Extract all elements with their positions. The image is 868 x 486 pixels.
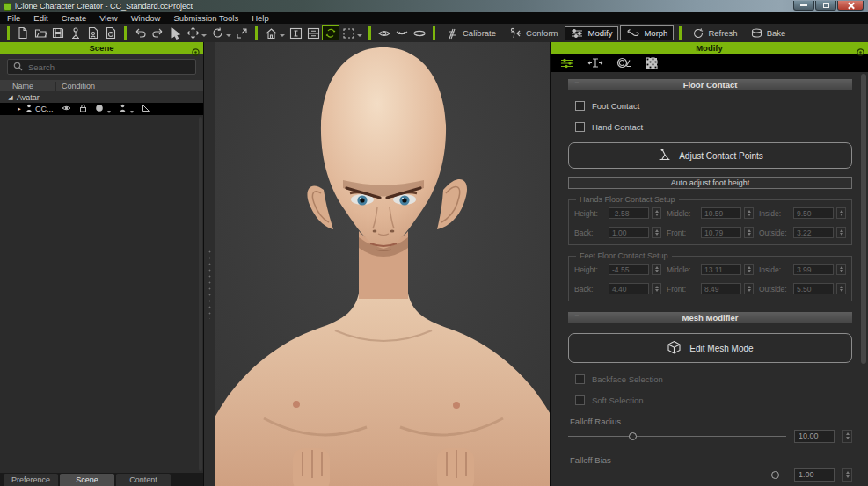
spinner[interactable]	[652, 283, 661, 294]
scene-tree-empty-area[interactable]	[0, 115, 203, 473]
modify-scrollbar[interactable]	[861, 74, 866, 364]
avatar-state-icon[interactable]	[119, 104, 127, 114]
viewport-side-strip[interactable]	[204, 42, 215, 486]
home-view-icon[interactable]	[262, 25, 280, 40]
redo-icon[interactable]	[149, 25, 166, 40]
feet-height-input[interactable]: -4.55	[609, 264, 649, 275]
conform-button[interactable]: Conform	[503, 26, 563, 40]
lock-icon[interactable]	[79, 104, 87, 114]
menu-file[interactable]: File	[7, 13, 20, 23]
menu-edit[interactable]: Edit	[33, 13, 47, 23]
hands-height-input[interactable]: -2.58	[609, 207, 649, 219]
tab-scene[interactable]: Scene	[60, 474, 114, 486]
auto-adjust-foot-height-button[interactable]: Auto adjust foot height	[568, 177, 852, 189]
feet-middle-input[interactable]: 13.11	[701, 264, 741, 275]
avatar-state-dropdown-icon[interactable]	[130, 111, 134, 113]
rotate-tool-icon[interactable]	[208, 25, 226, 40]
flag-page-icon[interactable]	[142, 104, 150, 114]
menu-create[interactable]: Create	[62, 13, 87, 23]
adjust-contact-points-button[interactable]: Adjust Contact Points	[568, 142, 852, 169]
tab-transform-ibeam-icon[interactable]	[587, 55, 604, 70]
spinner[interactable]	[836, 207, 846, 219]
spinner[interactable]	[842, 430, 852, 443]
move-tool-icon[interactable]	[184, 25, 201, 40]
falloff-bias-value[interactable]: 1.00	[794, 468, 835, 482]
spinner[interactable]	[744, 227, 754, 238]
feet-back-input[interactable]: 4.40	[609, 283, 649, 294]
spinner[interactable]	[652, 227, 661, 238]
morph-button[interactable]: Morph	[620, 25, 674, 40]
collapse-icon[interactable]: −	[574, 311, 579, 320]
new-project-icon[interactable]	[14, 25, 32, 40]
modify-gear-icon[interactable]	[857, 44, 864, 60]
falloff-radius-value[interactable]: 10.00	[794, 430, 835, 443]
foot-contact-checkbox[interactable]	[575, 101, 585, 111]
menu-submission-tools[interactable]: Submission Tools	[173, 13, 238, 23]
split-view-icon[interactable]	[304, 25, 322, 40]
section-floor-contact[interactable]: − Floor Contact	[568, 79, 852, 90]
spinner[interactable]	[836, 227, 846, 238]
wireframe-display-icon[interactable]	[393, 25, 411, 40]
material-sphere-icon[interactable]	[95, 104, 104, 114]
open-project-icon[interactable]	[32, 25, 49, 40]
tree-row-avatar[interactable]: ◢ Avatar	[0, 91, 203, 103]
tab-content[interactable]: Content	[116, 474, 171, 486]
tab-texture-checker-icon[interactable]	[643, 55, 660, 70]
tab-preference[interactable]: Preference	[4, 474, 58, 486]
spinner[interactable]	[744, 264, 754, 275]
soft-selection-checkbox[interactable]	[575, 395, 585, 405]
character-pin-icon[interactable]	[67, 25, 84, 40]
hands-inside-input[interactable]: 9.50	[793, 207, 834, 219]
spinner[interactable]	[836, 283, 846, 294]
hands-back-input[interactable]: 1.00	[609, 227, 649, 238]
material-dropdown-icon[interactable]	[107, 111, 111, 113]
slider-thumb[interactable]	[629, 432, 637, 440]
show-eye-icon[interactable]	[376, 25, 393, 40]
hands-outside-input[interactable]: 3.22	[793, 227, 834, 238]
scene-scrollbar[interactable]	[199, 117, 202, 471]
feet-front-input[interactable]: 8.49	[701, 283, 741, 294]
collapse-icon[interactable]: −	[574, 78, 579, 87]
restore-button[interactable]	[815, 1, 836, 11]
spinner[interactable]	[836, 264, 846, 275]
viewport-3d[interactable]	[204, 42, 550, 486]
merge-doc-icon[interactable]	[102, 25, 120, 40]
visibility-eye-icon[interactable]	[62, 105, 71, 113]
modify-panel-header[interactable]: Modify	[551, 42, 868, 54]
frame-view-icon[interactable]	[287, 25, 304, 40]
close-button[interactable]	[837, 1, 864, 11]
column-name[interactable]: Name	[0, 82, 56, 91]
calibrate-button[interactable]: Calibrate	[441, 26, 501, 40]
hand-contact-checkbox[interactable]	[575, 122, 585, 132]
tree-row-cc-selected[interactable]: ▸ CC...	[0, 103, 203, 115]
move-dropdown-icon[interactable]	[201, 34, 207, 37]
scene-gear-icon[interactable]	[192, 44, 200, 60]
spinner[interactable]	[652, 264, 661, 275]
column-condition[interactable]: Condition	[56, 82, 203, 91]
bake-button[interactable]: Bake	[745, 26, 791, 40]
section-mesh-modifier[interactable]: − Mesh Modifier	[568, 312, 852, 323]
slider-thumb[interactable]	[771, 471, 779, 479]
scene-panel-header[interactable]: Scene	[0, 42, 203, 54]
minimize-button[interactable]	[793, 1, 814, 11]
tab-attribute-sliders-icon[interactable]	[558, 55, 576, 70]
refresh-button[interactable]: Refresh	[687, 26, 742, 40]
spinner[interactable]	[842, 468, 852, 482]
shaded-display-icon[interactable]	[411, 25, 428, 40]
menu-help[interactable]: Help	[252, 13, 269, 23]
orbit-view-active-icon[interactable]	[322, 25, 339, 40]
edit-mesh-mode-button[interactable]: Edit Mesh Mode	[568, 333, 852, 363]
falloff-bias-slider[interactable]	[568, 471, 786, 479]
spinner[interactable]	[652, 207, 661, 219]
scale-tool-icon[interactable]	[233, 25, 251, 40]
search-box[interactable]	[7, 59, 196, 75]
feet-outside-input[interactable]: 5.50	[793, 283, 834, 294]
save-project-icon[interactable]	[49, 25, 67, 40]
menu-view[interactable]: View	[99, 13, 117, 23]
feet-inside-input[interactable]: 3.99	[793, 264, 834, 275]
search-input[interactable]	[28, 62, 160, 72]
hands-middle-input[interactable]: 10.59	[701, 207, 741, 219]
character-render[interactable]	[215, 42, 550, 486]
falloff-radius-slider[interactable]	[568, 432, 786, 440]
modify-button[interactable]: Modify	[565, 26, 618, 40]
